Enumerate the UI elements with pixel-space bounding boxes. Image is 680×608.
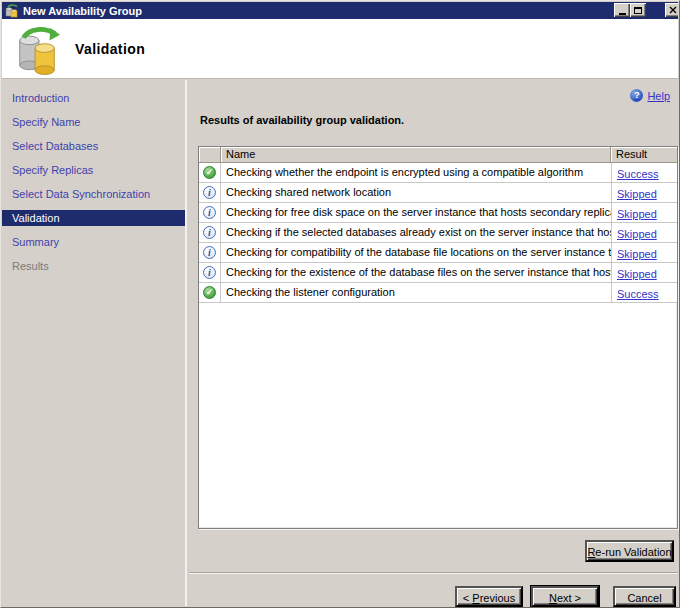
- table-row[interactable]: iChecking for free disk space on the ser…: [199, 203, 677, 223]
- maximize-button[interactable]: [630, 3, 646, 17]
- minimize-button[interactable]: [614, 3, 630, 17]
- check-name: Checking shared network location: [221, 183, 611, 202]
- sidebar-item-specify-name[interactable]: Specify Name: [2, 114, 185, 130]
- footer-divider: [189, 572, 678, 574]
- column-header-result[interactable]: Result: [611, 147, 677, 163]
- cancel-button[interactable]: Cancel: [613, 586, 676, 607]
- table-header: Name Result: [199, 147, 677, 163]
- sidebar-item-select-data-synchronization[interactable]: Select Data Synchronization: [2, 186, 185, 202]
- result-link[interactable]: Success: [617, 288, 659, 300]
- validation-table-body: ✓Checking whether the endpoint is encryp…: [199, 163, 677, 303]
- sidebar-item-summary[interactable]: Summary: [2, 234, 185, 250]
- result-link[interactable]: Skipped: [617, 188, 657, 200]
- close-icon: [669, 6, 677, 14]
- app-icon: [5, 4, 19, 18]
- result-link[interactable]: Success: [617, 168, 659, 180]
- column-header-icon[interactable]: [199, 147, 221, 163]
- table-row[interactable]: iChecking shared network locationSkipped: [199, 183, 677, 203]
- info-icon: i: [203, 186, 216, 199]
- column-header-name[interactable]: Name: [221, 147, 611, 163]
- main-panel: ? Help Results of availability group val…: [189, 80, 678, 606]
- sidebar-item-select-databases[interactable]: Select Databases: [2, 138, 185, 154]
- rerun-validation-button[interactable]: Re-run Validation: [585, 540, 674, 562]
- results-heading: Results of availability group validation…: [200, 114, 404, 126]
- result-link[interactable]: Skipped: [617, 208, 657, 220]
- check-name: Checking whether the endpoint is encrypt…: [221, 163, 611, 182]
- info-icon: i: [203, 226, 216, 239]
- success-icon: ✓: [203, 166, 216, 179]
- help-label: Help: [647, 90, 670, 102]
- result-link[interactable]: Skipped: [617, 248, 657, 260]
- info-icon: i: [203, 206, 216, 219]
- result-link[interactable]: Skipped: [617, 228, 657, 240]
- help-link[interactable]: ? Help: [630, 89, 670, 102]
- previous-button[interactable]: < Previous: [455, 586, 523, 607]
- table-row[interactable]: iChecking for the existence of the datab…: [199, 263, 677, 283]
- validation-table: Name Result ✓Checking whether the endpoi…: [198, 146, 678, 529]
- info-icon: i: [203, 266, 216, 279]
- new-availability-group-dialog: New Availability Group Validation: [0, 0, 680, 608]
- check-name: Checking if the selected databases alrea…: [221, 223, 611, 242]
- dialog-body: IntroductionSpecify NameSelect Databases…: [2, 80, 678, 606]
- minimize-icon: [619, 13, 626, 15]
- sidebar-item-introduction[interactable]: Introduction: [2, 90, 185, 106]
- table-row[interactable]: ✓Checking the listener configurationSucc…: [199, 283, 677, 303]
- sidebar-item-validation[interactable]: Validation: [2, 210, 185, 226]
- maximize-icon: [634, 7, 642, 14]
- check-name: Checking the listener configuration: [221, 283, 611, 302]
- table-row[interactable]: iChecking if the selected databases alre…: [199, 223, 677, 243]
- check-name: Checking for compatibility of the databa…: [221, 243, 611, 262]
- next-button[interactable]: Next >: [531, 586, 599, 607]
- success-icon: ✓: [203, 286, 216, 299]
- page-title: Validation: [75, 41, 145, 57]
- sidebar-item-results: Results: [2, 258, 185, 274]
- table-row[interactable]: iChecking for compatibility of the datab…: [199, 243, 677, 263]
- check-name: Checking for the existence of the databa…: [221, 263, 611, 282]
- result-link[interactable]: Skipped: [617, 268, 657, 280]
- wizard-banner: Validation: [2, 19, 678, 79]
- check-name: Checking for free disk space on the serv…: [221, 203, 611, 222]
- close-button[interactable]: [665, 3, 678, 17]
- availability-group-icon: [14, 25, 60, 75]
- help-icon: ?: [630, 89, 643, 102]
- info-icon: i: [203, 246, 216, 259]
- title-bar[interactable]: New Availability Group: [2, 2, 678, 19]
- table-row[interactable]: ✓Checking whether the endpoint is encryp…: [199, 163, 677, 183]
- window-title: New Availability Group: [23, 5, 142, 17]
- sidebar-item-specify-replicas[interactable]: Specify Replicas: [2, 162, 185, 178]
- wizard-nav: IntroductionSpecify NameSelect Databases…: [2, 80, 187, 606]
